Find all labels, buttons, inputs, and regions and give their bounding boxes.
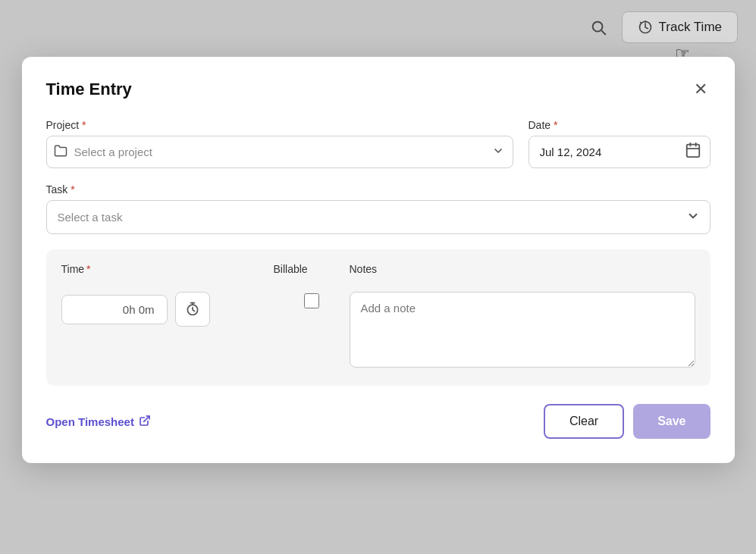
notes-col-header: Notes [350, 263, 695, 283]
task-select-wrapper: Select a task [46, 200, 711, 234]
modal-footer: Open Timesheet Clear Save [46, 404, 711, 439]
stopwatch-icon [185, 302, 200, 317]
date-required: * [554, 119, 557, 131]
project-label: Project * [46, 119, 513, 131]
billable-checkbox-wrapper [274, 292, 350, 308]
billable-col-header: Billable [274, 263, 350, 283]
time-section-body [61, 292, 695, 371]
time-required: * [86, 263, 90, 275]
time-inputs-container [61, 292, 274, 327]
task-required: * [71, 183, 74, 196]
notes-col-body [350, 292, 695, 371]
external-link-icon [139, 415, 151, 429]
save-button[interactable]: Save [633, 404, 710, 439]
open-timesheet-button[interactable]: Open Timesheet [46, 415, 151, 429]
task-label: Task * [46, 183, 711, 196]
time-section-header: Time* Billable Notes [61, 263, 695, 283]
billable-checkbox[interactable] [304, 293, 319, 308]
time-inputs [61, 292, 274, 327]
modal-header: Time Entry ✕ [46, 78, 711, 101]
time-label: Time* [61, 263, 274, 275]
project-required: * [82, 119, 86, 131]
project-group: Project * Select a project [46, 119, 513, 168]
date-input[interactable] [529, 136, 711, 168]
footer-buttons: Clear Save [544, 404, 711, 439]
task-select[interactable]: Select a task [46, 200, 711, 234]
time-input[interactable] [61, 295, 168, 324]
task-chevron-icon [686, 209, 700, 226]
time-section: Time* Billable Notes [46, 249, 711, 386]
project-select-wrapper: Select a project [46, 136, 513, 168]
notes-label: Notes [350, 263, 695, 275]
notes-textarea[interactable] [350, 292, 695, 368]
project-date-row: Project * Select a project [46, 119, 711, 168]
svg-line-12 [144, 416, 149, 421]
billable-label: Billable [274, 263, 350, 275]
date-group: Date * [529, 119, 711, 168]
time-entry-modal: Time Entry ✕ Project * Select a project [22, 57, 735, 463]
close-icon: ✕ [694, 80, 707, 99]
task-group: Task * Select a task [46, 183, 711, 234]
time-col-header: Time* [61, 263, 274, 283]
open-timesheet-label: Open Timesheet [46, 415, 134, 428]
date-label: Date * [529, 119, 711, 131]
date-field-wrapper [529, 136, 711, 168]
modal-title: Time Entry [46, 80, 132, 99]
timer-start-button[interactable] [175, 292, 210, 327]
clear-button[interactable]: Clear [544, 404, 624, 439]
project-select[interactable]: Select a project [46, 136, 513, 168]
billable-col-body [274, 292, 350, 308]
close-button[interactable]: ✕ [691, 78, 711, 101]
